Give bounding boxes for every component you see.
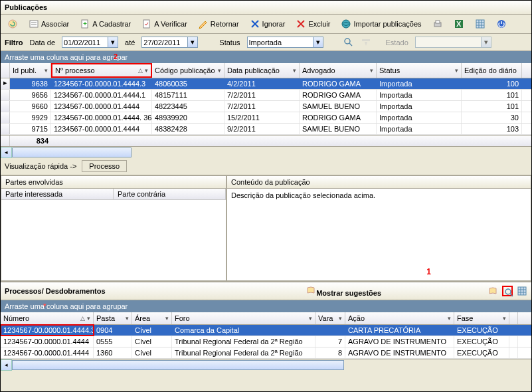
ate-input[interactable] xyxy=(141,37,188,48)
table-row[interactable]: 1234567-00.0000.01.4444 0555 Cível Tribu… xyxy=(1,336,531,347)
col2-pasta[interactable]: Pasta▾ xyxy=(94,312,132,324)
scroll-thumb[interactable] xyxy=(12,147,132,157)
col2-foro[interactable]: Foro▾ xyxy=(172,312,315,324)
status-dropdown[interactable]: ▾ xyxy=(313,37,323,48)
data-de-label: Data de xyxy=(30,39,56,47)
cadastrar-button[interactable]: A Cadastrar xyxy=(77,17,133,31)
table-row[interactable]: 1234567-00.0000.01.4444 1360 Cível Tribu… xyxy=(1,347,531,359)
book-icon-2[interactable] xyxy=(488,286,498,296)
importar-button[interactable]: Importar publicações xyxy=(338,17,424,31)
table-row[interactable]: 9656 1234567-00.0000.01.4444.1 48157111 … xyxy=(1,90,531,101)
cadastrar-label: A Cadastrar xyxy=(92,20,131,28)
window-title: Publicações xyxy=(1,1,531,15)
col-parte-contraria[interactable]: Parte contrária xyxy=(114,189,226,199)
table-row[interactable]: 9715 1234567-00.0000.01.4444 48382428 9/… xyxy=(1,124,531,135)
scroll-left-2[interactable]: ◂ xyxy=(1,359,12,371)
grid-icon-2[interactable] xyxy=(517,286,527,296)
status-label: Status xyxy=(219,39,240,47)
data-de-dropdown[interactable]: ▾ xyxy=(108,37,118,48)
associar-button[interactable]: Associar xyxy=(26,17,72,31)
svg-point-0 xyxy=(9,20,17,28)
x-blue-icon xyxy=(250,19,260,29)
filter-bar: Filtro Data de ▾ até ▾ Status ▾ Estado ▾ xyxy=(1,34,531,51)
col-parte-interessada[interactable]: Parte interessada xyxy=(1,189,114,199)
link-icon xyxy=(29,19,39,29)
partes-panel: Partes envolvidas Parte interessada Part… xyxy=(1,175,226,281)
table-row[interactable]: 9660 1234567-00.0000.01.4444 48223445 7/… xyxy=(1,101,531,112)
verificar-button[interactable]: A Verificar xyxy=(139,17,190,31)
grid2-hscroll[interactable]: ◂ xyxy=(1,359,531,370)
col2-acao[interactable]: Ação▾ xyxy=(345,312,454,324)
col-data[interactable]: Data publicação▾ xyxy=(224,63,300,78)
grid-button[interactable] xyxy=(472,17,488,31)
col-status[interactable]: Status▾ xyxy=(377,63,462,78)
svg-text:X: X xyxy=(456,20,462,28)
col2-area[interactable]: Área▾ xyxy=(132,312,172,324)
power-button[interactable] xyxy=(493,17,509,31)
col-id-publ[interactable]: Id publ.▾ xyxy=(10,63,51,78)
processos-title-text: Processos/ Desdobramentos xyxy=(5,287,106,295)
col-advogado[interactable]: Advogado▾ xyxy=(300,63,377,78)
col2-vara[interactable]: Vara▾ xyxy=(315,312,345,324)
sort-indicator-icon: ▾ xyxy=(43,302,46,308)
col2-numero[interactable]: Número△ ▾ xyxy=(1,312,94,324)
annotation-1: 1 xyxy=(426,267,431,276)
table-row[interactable]: 1234567-00.0000.01.4444.3 0904 Cível Com… xyxy=(1,325,531,336)
importar-label: Importar publicações xyxy=(353,20,421,28)
grid-count: 834 xyxy=(10,136,51,146)
power-icon xyxy=(496,19,507,29)
excel-icon: X xyxy=(454,19,464,29)
doc-plus-icon xyxy=(80,19,90,29)
table-row[interactable]: ▸ 9638 1234567-00.0000.01.4444.3 4806003… xyxy=(1,78,531,90)
refresh-button[interactable] xyxy=(5,17,21,31)
svg-rect-6 xyxy=(436,21,440,23)
search-icon-2[interactable] xyxy=(502,286,513,296)
group-by-text: Arraste uma coluna aqui para agrupar xyxy=(5,53,128,61)
col2-fase[interactable]: Fase▾ xyxy=(454,312,509,324)
data-de-input[interactable] xyxy=(62,37,108,48)
scroll-left[interactable]: ◂ xyxy=(1,147,12,158)
conteudo-body: Descrição da publicação selecionada acim… xyxy=(227,189,531,280)
table-row[interactable]: 9929 1234567-00.0000.01.4444. 36 4893992… xyxy=(1,112,531,124)
estado-select xyxy=(415,37,482,48)
clear-filter-icon[interactable] xyxy=(361,37,371,48)
quick-view-tab-processo[interactable]: Processo xyxy=(82,160,127,172)
grid-icon xyxy=(475,19,486,29)
pencil-icon xyxy=(198,19,209,29)
retornar-button[interactable]: Retornar xyxy=(195,17,242,31)
svg-rect-14 xyxy=(518,287,526,295)
ignorar-label: Ignorar xyxy=(262,20,286,28)
estado-label: Estado xyxy=(386,39,408,47)
globe-icon xyxy=(341,19,351,29)
book-icon xyxy=(306,285,316,296)
group-by-bar[interactable]: Arraste uma coluna aqui para agrupar 2 xyxy=(1,51,531,63)
grid1-hscroll[interactable]: ◂ xyxy=(1,146,531,157)
scroll-thumb-2[interactable] xyxy=(12,360,344,370)
mostrar-sugestoes-button[interactable]: Mostrar sugestões xyxy=(306,285,381,297)
quick-view-label: Visualização rápida -> xyxy=(5,162,76,170)
col2-extra[interactable] xyxy=(509,312,518,324)
print-button[interactable] xyxy=(430,17,446,31)
conteudo-title: Conteúdo da publicação xyxy=(227,176,531,189)
ate-dropdown[interactable]: ▾ xyxy=(188,37,198,48)
search-icon[interactable] xyxy=(343,37,354,48)
filtro-label: Filtro xyxy=(5,39,23,47)
svg-rect-3 xyxy=(143,20,149,28)
group-by-text-2: Arraste uma coluna aqui para agrupar xyxy=(5,302,128,310)
quick-view-bar: Visualização rápida -> Processo xyxy=(1,157,531,175)
excel-button[interactable]: X xyxy=(451,17,467,31)
excluir-label: Excluir xyxy=(308,20,330,28)
col-n-processo[interactable]: Nº processo△ ▾ xyxy=(51,63,152,78)
status-select[interactable] xyxy=(247,37,313,48)
col-edicao[interactable]: Edição do diário xyxy=(462,63,522,78)
excluir-button[interactable]: Excluir xyxy=(293,17,333,31)
svg-rect-1 xyxy=(30,21,38,27)
group-by-bar-2[interactable]: Arraste uma coluna aqui para agrupar ▾ xyxy=(1,300,531,312)
svg-point-13 xyxy=(505,289,511,294)
ignorar-button[interactable]: Ignorar xyxy=(247,17,288,31)
toolbar: Associar A Cadastrar A Verificar Retorna… xyxy=(1,15,531,34)
col-codigo[interactable]: Código publicação▾ xyxy=(152,63,224,78)
retornar-label: Retornar xyxy=(211,20,239,28)
processos-grid: Número△ ▾ Pasta▾ Área▾ Foro▾ Vara▾ Ação▾… xyxy=(1,312,531,359)
svg-rect-9 xyxy=(476,20,484,28)
